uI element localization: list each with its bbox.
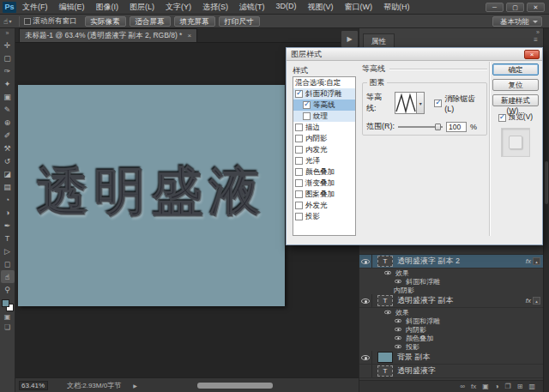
history-brush-tool[interactable]: ↺ [1,154,15,167]
hand-tool-icon[interactable]: ☝ [3,17,8,26]
new-layer-icon[interactable]: ⊞ [517,383,523,390]
style-list-item[interactable]: 斜面和浮雕 [293,88,355,100]
style-list-item[interactable]: 外发光 [293,200,355,211]
style-list-item[interactable]: 混合选项:自定 [293,77,355,88]
menu-item[interactable]: 图层(L) [130,2,154,13]
antialias-checkbox[interactable] [434,100,442,107]
style-list-item[interactable]: 内发光 [293,144,355,155]
screen-mode-icon[interactable]: ❏ [4,323,10,333]
panel-menu-icon[interactable]: ≡ [534,36,538,44]
options-button[interactable]: 适合屏幕 [130,16,171,27]
contour-thumbnail[interactable] [395,92,417,114]
shape-tool[interactable]: ◻ [1,257,15,270]
brush-tool[interactable]: ✐ [1,129,15,142]
collapse-dock-icon[interactable]: » [536,29,540,35]
horizontal-scrollbar[interactable] [197,383,273,389]
style-checkbox[interactable] [303,112,311,120]
eye-icon[interactable] [395,280,401,284]
layer-group-icon[interactable]: ❐ [505,383,511,390]
layer-row[interactable]: T 透明盛液字 副本 fx ▴ [359,294,543,308]
adjustment-layer-icon[interactable]: ◑ [495,383,499,390]
eye-icon[interactable] [395,328,401,332]
link-layers-icon[interactable]: ∞ [460,383,465,390]
style-checkbox[interactable] [295,157,303,165]
dialog-title-bar[interactable]: 图层样式 [287,48,542,61]
layer-row[interactable]: T 透明盛液字 fx ▴ [359,365,543,378]
type-tool[interactable]: T [1,232,15,244]
zoom-level-field[interactable]: 63.41% [19,381,48,390]
style-list-item[interactable]: 内阴影 [293,133,355,144]
style-list-item[interactable]: 光泽 [293,155,355,166]
document-tab[interactable]: 未标题-1 @ 63.4% (透明盛液字 副本 2, RGB/8) * × [19,28,197,42]
canvas[interactable]: 透明盛液 [18,85,285,306]
slider-thumb[interactable] [435,124,441,130]
style-checkbox[interactable] [295,202,303,209]
lasso-tool[interactable]: ✑ [1,64,15,77]
pen-tool[interactable]: ✒ [1,219,15,232]
style-checkbox[interactable] [295,124,303,131]
menu-item[interactable]: 选择(S) [202,2,228,13]
style-checkbox[interactable] [295,179,303,187]
style-checkbox[interactable] [303,101,311,109]
eyedropper-tool[interactable]: ✎ [1,103,15,116]
layer-effect-row[interactable]: 内阴影 [359,325,543,334]
menu-item[interactable]: 编辑(E) [59,2,85,13]
close-icon[interactable]: ✕ [527,3,545,12]
eye-icon[interactable] [395,336,401,341]
style-checkbox[interactable] [295,90,303,98]
eraser-tool[interactable]: ◪ [1,167,15,180]
dialog-close-icon[interactable]: × [524,50,540,59]
foreground-color-swatch[interactable] [2,299,9,307]
menu-item[interactable]: 文件(F) [22,2,48,13]
quick-selection-tool[interactable]: ✦ [1,77,15,90]
ok-button[interactable]: 确定 [492,63,539,75]
collapsed-panel-icon[interactable]: ▶ [341,30,359,48]
fx-collapse-icon[interactable]: ▴ [533,257,540,265]
layer-thumbnail[interactable]: T [377,352,393,363]
menu-item[interactable]: 窗口(W) [345,2,373,13]
options-button[interactable]: 打印尺寸 [219,16,260,27]
marquee-tool[interactable]: ▢ [1,51,15,64]
layer-effect-row[interactable]: 内阴影 [359,286,543,294]
layer-thumbnail[interactable]: T [377,256,393,267]
chevron-down-icon[interactable]: ▾ [9,18,11,24]
contour-dropdown-icon[interactable]: ▾ [417,92,425,114]
dodge-tool[interactable]: ◑ [1,206,15,219]
layer-effect-row[interactable]: 斜面和浮雕 [359,277,543,286]
hand-tool[interactable]: ☝ [1,270,15,283]
style-list-item[interactable]: 渐变叠加 [293,178,355,189]
crop-tool[interactable]: ▣ [1,90,15,103]
layer-effect-row[interactable]: 效果 [359,308,543,317]
path-selection-tool[interactable]: ▷ [1,244,15,257]
visibility-toggle[interactable] [359,365,372,377]
collapse-panel-icon[interactable]: » [6,28,9,39]
menu-item[interactable]: 3D(D) [276,2,297,13]
clone-stamp-tool[interactable]: ⚒ [1,142,15,154]
style-checkbox[interactable] [295,213,303,220]
menu-item[interactable]: 视图(V) [308,2,334,13]
layer-effect-row[interactable]: 效果 [359,268,543,277]
options-button[interactable]: 实际像素 [85,16,126,27]
eye-icon[interactable] [384,271,391,275]
menu-item[interactable]: 文字(Y) [166,2,191,13]
layer-row[interactable]: T 透明盛液字 副本 2 fx ▴ [359,255,543,268]
zoom-tool[interactable]: ⚲ [1,283,15,296]
gradient-tool[interactable]: ▤ [1,180,15,193]
layer-effect-row[interactable]: 投影 [359,342,543,351]
layer-thumbnail[interactable]: T [377,295,393,306]
layer-fx-indicator[interactable]: fx ▴ [526,257,540,265]
workspace-switcher-button[interactable]: 基本功能 [492,16,542,27]
menu-item[interactable]: 图像(I) [96,2,119,13]
healing-brush-tool[interactable]: ⊕ [1,116,15,129]
style-list-item[interactable]: 颜色叠加 [293,166,355,178]
style-list-item[interactable]: 图案叠加 [293,189,355,200]
style-list-item[interactable]: 等高线 [293,100,355,111]
panel-scrollbar[interactable] [543,28,549,392]
range-slider[interactable] [398,123,443,131]
layer-mask-icon[interactable]: ▣ [482,383,489,390]
eye-icon[interactable] [384,311,391,315]
layer-effect-row[interactable]: 颜色叠加 [359,334,543,342]
style-checkbox[interactable] [295,146,303,154]
tab-properties[interactable]: 属性 [363,33,395,48]
status-flyout-icon[interactable]: ▶ [133,383,137,389]
